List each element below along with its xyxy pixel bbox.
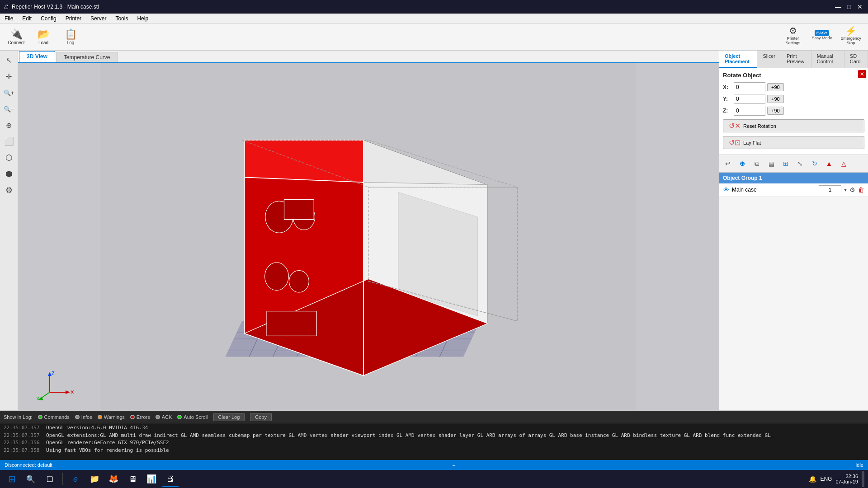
left-sidebar: ↖ ✛ 🔍+ 🔍− ⊕ ⬜ ⬡ ⬢ ⚙ [0, 51, 18, 410]
tab-3d-view[interactable]: 3D View [19, 51, 55, 62]
log-line-1: 22:35:07.357 OpenGL extensions:GL_AMD_mu… [4, 432, 864, 440]
lay-flat-label: Lay Flat [743, 140, 761, 145]
bottom-log-area: Show in Log: Commands Infos Warnings Err… [0, 410, 868, 460]
close-button[interactable]: ✕ [855, 2, 864, 11]
tab-temperature-curve[interactable]: Temperature Curve [56, 52, 118, 62]
easy-mode-button[interactable]: EASY Easy Mode [808, 23, 835, 47]
task-view-button[interactable]: ❑ [42, 471, 58, 487]
taskbar-app2[interactable]: 📊 [143, 471, 160, 487]
obj-tool-scale[interactable]: ⤡ [793, 157, 807, 170]
group-item-number[interactable] [819, 185, 841, 194]
canvas-area[interactable]: Z X Y [18, 63, 719, 410]
menu-help[interactable]: Help [132, 14, 153, 23]
menu-printer[interactable]: Printer [61, 14, 86, 23]
taskbar-time: 22:36 [835, 474, 858, 479]
obj-tool-grid[interactable]: ▦ [764, 157, 778, 170]
taskbar-explorer[interactable]: 📁 [86, 471, 103, 487]
taskbar-app1[interactable]: 🖥 [124, 471, 141, 487]
emergency-stop-button[interactable]: ⚡ Emergency Stop [837, 23, 864, 47]
errors-label: Errors [137, 414, 150, 420]
rotate-x-plus90[interactable]: +90 [767, 83, 784, 91]
toolbar: 🔌 Connect 📂 Load 📋 Log ⚙ Printer Setting… [0, 23, 868, 51]
taskbar-edge[interactable]: e [67, 471, 84, 487]
taskbar-clock[interactable]: 22:36 07-Jun-19 [835, 474, 858, 484]
log-label: Log [67, 40, 75, 45]
svg-marker-23 [245, 140, 363, 182]
taskbar-firefox[interactable]: 🦊 [105, 471, 122, 487]
rotate-panel: Rotate Object X: +90 Y: +90 Z: +90 [719, 68, 868, 155]
printer-settings-icon: ⚙ [789, 25, 797, 36]
obj-tool-tri2[interactable]: △ [837, 157, 850, 170]
log-warnings-toggle[interactable]: Warnings [98, 414, 125, 420]
minimize-button[interactable]: — [834, 2, 843, 11]
tab-object-placement[interactable]: Object Placement [719, 51, 757, 68]
obj-tool-clone[interactable]: ⧉ [750, 157, 764, 170]
clear-log-button[interactable]: Clear Log [213, 413, 245, 421]
rotate-panel-close[interactable]: ✕ [858, 70, 866, 78]
group-item-dropdown[interactable]: ▾ [844, 187, 847, 193]
top-right-controls: ⚙ Printer Settings EASY Easy Mode ⚡ Emer… [779, 23, 868, 47]
menu-file[interactable]: File [0, 14, 18, 23]
group-item-delete[interactable]: 🗑 [858, 186, 864, 193]
reset-rotation-button[interactable]: ↺✕ Reset Rotation [723, 119, 864, 132]
menu-tools[interactable]: Tools [111, 14, 132, 23]
sidebar-tool-layers[interactable]: ⬡ [1, 150, 17, 165]
copy-log-button[interactable]: Copy [250, 413, 272, 421]
search-button[interactable]: 🔍 [23, 471, 39, 487]
app-icon: 🖨 [4, 4, 9, 10]
title-bar-title: 🖨 Repetier-Host V2.1.3 - Main case.stl [4, 4, 834, 10]
sidebar-tool-move[interactable]: ✛ [1, 69, 17, 84]
model-svg [18, 63, 719, 410]
obj-tool-align[interactable]: ⊞ [779, 157, 793, 170]
load-button[interactable]: 📂 Load [31, 25, 56, 49]
rotate-x-input[interactable] [734, 82, 765, 92]
printer-settings-button[interactable]: ⚙ Printer Settings [779, 23, 807, 47]
view-area[interactable]: 3D View Temperature Curve [18, 51, 719, 410]
sidebar-tool-zoom-out[interactable]: 🔍− [1, 101, 17, 117]
sidebar-tool-settings[interactable]: ⚙ [1, 183, 17, 198]
connect-button[interactable]: 🔌 Connect [4, 25, 29, 49]
obj-tool-rotate[interactable]: ↻ [808, 157, 821, 170]
svg-rect-29 [284, 200, 314, 220]
menu-edit[interactable]: Edit [18, 14, 36, 23]
tab-manual-control[interactable]: Manual Control [811, 51, 844, 68]
reset-rotation-label: Reset Rotation [743, 123, 776, 129]
easy-badge: EASY [815, 30, 830, 36]
svg-point-28 [289, 271, 309, 292]
sidebar-tool-orbit[interactable]: ⊕ [1, 117, 17, 133]
obj-tool-center[interactable]: ⊕ [736, 157, 749, 170]
menu-config[interactable]: Config [36, 14, 61, 23]
sidebar-tool-layer2[interactable]: ⬢ [1, 166, 17, 182]
tab-print-preview[interactable]: Print Preview [781, 51, 811, 68]
rotate-title: Rotate Object [723, 72, 864, 79]
obj-tool-tri1[interactable]: ▲ [822, 157, 836, 170]
obj-tool-undo[interactable]: ↩ [721, 157, 735, 170]
log-errors-toggle[interactable]: Errors [130, 414, 150, 420]
lay-flat-button[interactable]: ↺⊡ Lay Flat [723, 136, 864, 149]
ack-label: ACK [162, 414, 172, 420]
eye-icon[interactable]: 👁 [723, 186, 729, 193]
tab-sd-card[interactable]: SD Card [844, 51, 868, 68]
taskbar-repetier[interactable]: 🖨 [162, 471, 179, 487]
taskbar-show-desktop[interactable] [862, 471, 864, 487]
sidebar-tool-zoom-in[interactable]: 🔍+ [1, 85, 17, 100]
rotate-z-plus90[interactable]: +90 [767, 107, 784, 115]
menu-server[interactable]: Server [86, 14, 111, 23]
log-button[interactable]: 📋 Log [58, 25, 83, 49]
log-infos-toggle[interactable]: Infos [75, 414, 92, 420]
log-ack-toggle[interactable]: ACK [156, 414, 172, 420]
rotate-y-input[interactable] [734, 94, 765, 104]
log-commands-toggle[interactable]: Commands [38, 414, 70, 420]
tab-slicer[interactable]: Slicer [757, 51, 781, 68]
sidebar-tool-cube[interactable]: ⬜ [1, 134, 17, 149]
taskbar: ⊞ 🔍 ❑ e 📁 🦊 🖥 📊 🖨 🔔 ENG 22:36 07-Jun-19 [0, 470, 868, 488]
object-toolbar: ↩ ⊕ ⧉ ▦ ⊞ ⤡ ↻ ▲ △ [719, 155, 868, 173]
log-auto-scroll-toggle[interactable]: Auto Scroll [177, 414, 208, 420]
rotate-z-input[interactable] [734, 106, 765, 116]
rotate-y-plus90[interactable]: +90 [767, 95, 784, 103]
sidebar-tool-cursor[interactable]: ↖ [1, 52, 17, 68]
group-item-gear[interactable]: ⚙ [849, 186, 855, 193]
windows-start-button[interactable]: ⊞ [4, 471, 20, 487]
maximize-button[interactable]: □ [844, 2, 854, 11]
view-tabs: 3D View Temperature Curve [18, 51, 719, 63]
